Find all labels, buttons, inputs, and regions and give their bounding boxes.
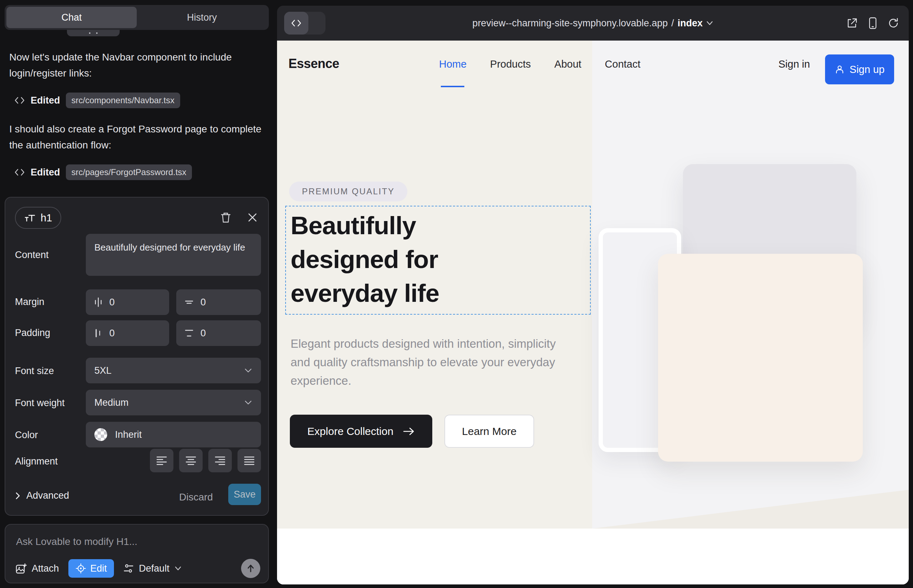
chevron-down-icon xyxy=(244,368,253,373)
default-model-dropdown[interactable]: Default xyxy=(123,563,181,574)
decorative-wedge xyxy=(592,490,909,528)
url-separator: / xyxy=(671,18,674,29)
arrow-right-icon xyxy=(403,427,415,436)
chevron-down-icon xyxy=(244,400,253,405)
font-size-value: 5XL xyxy=(94,365,112,376)
padding-horizontal-input[interactable]: 0 xyxy=(86,320,169,346)
edit-label: Edit xyxy=(91,563,107,574)
align-center-button[interactable] xyxy=(179,449,202,472)
user-icon xyxy=(835,65,845,74)
url-page: index xyxy=(678,18,703,29)
site-logo[interactable]: Essence xyxy=(288,56,339,71)
advanced-toggle[interactable]: Advanced xyxy=(15,490,69,501)
nav-products[interactable]: Products xyxy=(490,58,531,70)
refresh-icon[interactable] xyxy=(887,17,900,29)
heading-line: everyday life xyxy=(291,276,439,310)
element-editor-panel: h1 Content Beautifully designed for ever… xyxy=(5,197,269,516)
margin-horizontal-value: 0 xyxy=(109,297,115,308)
tab-history[interactable]: History xyxy=(137,7,267,28)
premium-quality-badge: PREMIUM QUALITY xyxy=(289,181,407,202)
sign-up-button[interactable]: Sign up xyxy=(825,55,894,84)
send-button[interactable] xyxy=(241,559,260,578)
padding-vertical-input[interactable]: 0 xyxy=(176,320,261,346)
chevron-down-icon xyxy=(706,21,713,26)
file-badge[interactable]: src/components/Navbar.tsx xyxy=(66,92,180,108)
decorative-card-beige xyxy=(658,254,863,462)
advanced-label: Advanced xyxy=(26,490,69,501)
margin-vertical-input[interactable]: 0 xyxy=(176,289,261,315)
lovable-sidebar: Chat History Now let's update the Navbar… xyxy=(0,0,277,588)
url-host: preview--charming-site-symphony.lovable.… xyxy=(473,18,668,29)
edit-mode-button[interactable]: Edit xyxy=(68,559,114,578)
explore-collection-label: Explore Collection xyxy=(307,425,393,438)
default-label: Default xyxy=(139,563,170,574)
nav-about[interactable]: About xyxy=(554,58,581,70)
font-weight-select[interactable]: Medium xyxy=(86,390,261,415)
padding-label: Padding xyxy=(15,328,50,339)
edited-file-row[interactable]: Edited src/components/Navbar.tsx xyxy=(14,92,180,109)
align-left-button[interactable] xyxy=(150,449,173,472)
hero-heading[interactable]: Beautifully designed for everyday life xyxy=(291,208,439,310)
explore-collection-button[interactable]: Explore Collection xyxy=(290,415,432,448)
learn-more-button[interactable]: Learn More xyxy=(444,415,534,448)
delete-element-button[interactable] xyxy=(220,212,231,223)
padding-horizontal-icon xyxy=(94,328,103,338)
prompt-box[interactable]: Ask Lovable to modify H1... Attach Edit … xyxy=(5,524,269,583)
margin-vertical-value: 0 xyxy=(201,297,206,308)
edited-file-row[interactable]: Edited src/pages/ForgotPassword.tsx xyxy=(14,164,192,181)
chevron-right-icon xyxy=(15,491,21,500)
font-size-select[interactable]: 5XL xyxy=(86,358,261,383)
transparent-color-swatch xyxy=(94,428,107,441)
sliders-icon xyxy=(123,563,134,574)
code-icon xyxy=(14,96,25,105)
discard-button[interactable]: Discard xyxy=(179,491,213,503)
mobile-view-icon[interactable] xyxy=(868,17,877,29)
padding-vertical-icon xyxy=(184,328,194,338)
align-right-button[interactable] xyxy=(208,449,232,472)
save-button[interactable]: Save xyxy=(228,484,261,505)
nav-home[interactable]: Home xyxy=(439,58,466,70)
margin-vertical-icon xyxy=(184,297,194,307)
hero-paragraph: Elegant products designed with intention… xyxy=(291,334,572,390)
font-weight-label: Font weight xyxy=(15,397,65,409)
preview-browser-window: preview--charming-site-symphony.lovable.… xyxy=(277,6,909,585)
prompt-input[interactable]: Ask Lovable to modify H1... xyxy=(16,536,138,548)
margin-label: Margin xyxy=(15,297,45,307)
code-toggle-button[interactable] xyxy=(284,12,308,34)
target-icon xyxy=(76,563,86,574)
align-justify-button[interactable] xyxy=(238,449,261,472)
open-external-icon[interactable] xyxy=(846,17,858,29)
padding-horizontal-value: 0 xyxy=(109,328,115,339)
selected-element-pill[interactable]: h1 xyxy=(15,207,61,229)
font-weight-value: Medium xyxy=(94,397,129,408)
alignment-label: Alignment xyxy=(15,456,58,467)
edited-label: Edited xyxy=(31,95,60,106)
url-bar[interactable]: preview--charming-site-symphony.lovable.… xyxy=(277,6,909,40)
close-panel-icon[interactable] xyxy=(248,213,257,223)
tab-chat[interactable]: Chat xyxy=(6,7,137,28)
type-size-icon xyxy=(24,213,36,223)
sign-in-link[interactable]: Sign in xyxy=(779,58,810,70)
attach-image-icon xyxy=(15,563,27,574)
nav-contact[interactable]: Contact xyxy=(605,58,641,70)
chevron-down-icon xyxy=(175,566,181,571)
attach-button[interactable]: Attach xyxy=(15,563,59,574)
site-viewport: Essence Home Products About Contact Sign… xyxy=(277,40,909,585)
attach-label: Attach xyxy=(32,563,59,574)
browser-actions xyxy=(846,6,900,40)
color-select[interactable]: Inherit xyxy=(86,422,261,447)
heading-line: Beautifully xyxy=(291,208,439,242)
chat-message: I should also create a Forgot Password p… xyxy=(9,121,262,153)
padding-vertical-value: 0 xyxy=(201,328,206,339)
color-label: Color xyxy=(15,430,38,441)
active-nav-underline xyxy=(441,86,465,87)
file-badge[interactable]: src/pages/ForgotPassword.tsx xyxy=(66,165,192,180)
margin-horizontal-icon xyxy=(94,297,103,307)
site-nav: Home Products About Contact xyxy=(439,58,641,70)
content-textarea[interactable]: Beautifully designed for everyday life xyxy=(86,234,261,276)
edited-label: Edited xyxy=(31,167,60,178)
code-view-toggle xyxy=(284,12,325,34)
browser-toolbar: preview--charming-site-symphony.lovable.… xyxy=(277,6,909,40)
section-below-hero xyxy=(277,528,909,585)
margin-horizontal-input[interactable]: 0 xyxy=(86,289,169,315)
